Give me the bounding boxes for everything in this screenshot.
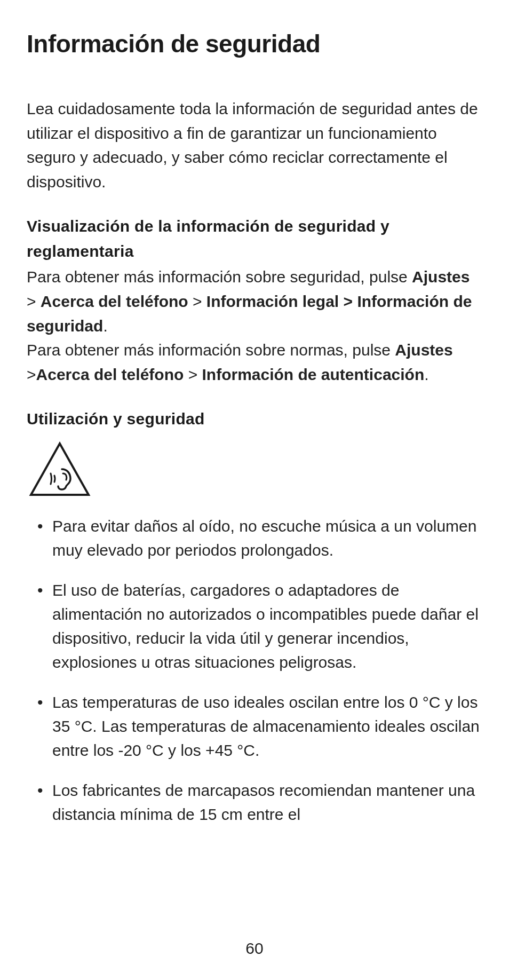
- text: Para obtener más información sobre norma…: [27, 341, 395, 359]
- page-title: Información de seguridad: [27, 29, 482, 58]
- svg-marker-0: [31, 444, 89, 495]
- section-heading: Visualización de la información de segur…: [27, 214, 482, 264]
- nav-settings: Ajustes: [395, 341, 452, 359]
- safety-bullet-list: Para evitar daños al oído, no escuche mú…: [27, 514, 482, 826]
- separator: >: [184, 366, 202, 383]
- separator: >: [188, 293, 206, 310]
- nav-about-phone: Acerca del teléfono: [36, 366, 184, 383]
- list-item: Para evitar daños al oído, no escuche mú…: [52, 514, 482, 562]
- nav-auth-info: Información de autenticación: [202, 366, 425, 383]
- separator: >: [27, 293, 41, 310]
- intro-paragraph: Lea cuidadosamente toda la información d…: [27, 97, 482, 194]
- nav-path-regulations: Para obtener más información sobre norma…: [27, 338, 482, 386]
- list-item: El uso de baterías, cargadores o adaptad…: [52, 578, 482, 674]
- document-page: Información de seguridad Lea cuidadosame…: [0, 0, 509, 980]
- nav-path-safety: Para obtener más información sobre segur…: [27, 265, 482, 338]
- section-usage-safety: Utilización y seguridad Para evitar daño…: [27, 407, 482, 826]
- text: .: [103, 317, 107, 335]
- text: Para obtener más información sobre segur…: [27, 268, 412, 286]
- nav-settings: Ajustes: [412, 268, 470, 286]
- nav-about-phone: Acerca del teléfono: [41, 293, 188, 310]
- text: .: [424, 366, 428, 383]
- section-viewing-safety-info: Visualización de la información de segur…: [27, 214, 482, 386]
- separator: >: [27, 366, 36, 383]
- page-number: 60: [0, 939, 509, 958]
- section-heading: Utilización y seguridad: [27, 407, 482, 432]
- list-item: Los fabricantes de marcapasos recomienda…: [52, 778, 482, 826]
- list-item: Las temperaturas de uso ideales oscilan …: [52, 690, 482, 762]
- ear-warning-icon: [28, 441, 482, 499]
